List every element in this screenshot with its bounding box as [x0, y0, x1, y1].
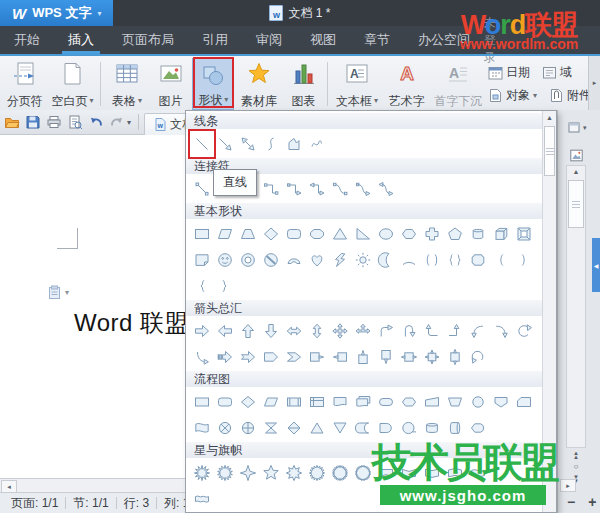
shape-explosion-1[interactable] [191, 461, 213, 485]
shape-star-4[interactable] [237, 461, 259, 485]
shape-fc-connector[interactable] [467, 390, 489, 414]
shape-star-5[interactable] [260, 461, 282, 485]
shape-elbow-connector[interactable] [260, 177, 282, 201]
shape-arrow-curved-right[interactable] [490, 319, 512, 343]
shape-callout-up-down[interactable] [444, 345, 466, 369]
shape-ribbon-down[interactable] [398, 461, 420, 485]
tab-视图[interactable]: 视图 [296, 26, 350, 54]
shape-fc-extract[interactable] [306, 416, 328, 440]
shape-arrow-down[interactable] [260, 319, 282, 343]
shape-arrow-curved-left[interactable] [467, 319, 489, 343]
shape-fc-terminator[interactable] [375, 390, 397, 414]
shape-fc-merge[interactable] [329, 416, 351, 440]
shape-fc-card[interactable] [513, 390, 535, 414]
shape-donut[interactable] [237, 248, 259, 272]
shape-oval[interactable] [375, 222, 397, 246]
shape-cylinder[interactable] [467, 222, 489, 246]
print-preview-button[interactable] [67, 114, 83, 130]
shape-double-brace[interactable] [444, 248, 466, 272]
shape-parallelogram[interactable] [214, 222, 236, 246]
task-pane-collapsed-tab[interactable]: ◀ [592, 238, 600, 292]
shape-arrow-striped[interactable] [214, 345, 236, 369]
shape-fc-das[interactable] [444, 416, 466, 440]
page-break-button[interactable]: 分页符 [3, 58, 47, 110]
shape-arrow-left-up[interactable] [421, 319, 443, 343]
shape-arrow-uturn[interactable] [398, 319, 420, 343]
shape-arrow-quad[interactable] [329, 319, 351, 343]
picture-button[interactable]: 图片 [151, 58, 191, 110]
shape-fc-multidocument[interactable] [352, 390, 374, 414]
shape-moon[interactable] [375, 248, 397, 272]
shape-frame[interactable] [513, 222, 535, 246]
shape-arrow-up[interactable] [237, 319, 259, 343]
shape-callout-down[interactable] [375, 345, 397, 369]
shape-wave[interactable] [467, 461, 489, 485]
shape-fc-manual-operation[interactable] [444, 390, 466, 414]
shape-arc[interactable] [398, 248, 420, 272]
shape-fc-predefined[interactable] [283, 390, 305, 414]
save-button[interactable] [25, 114, 41, 130]
shape-fc-document[interactable] [329, 390, 351, 414]
shape-elbow-arrow-connector[interactable] [283, 177, 305, 201]
shape-block-arc[interactable] [283, 248, 305, 272]
browse-object-button[interactable]: ○ [567, 462, 585, 473]
tab-引用[interactable]: 引用 [188, 26, 242, 54]
shape-cross[interactable] [421, 222, 443, 246]
tab-章节[interactable]: 章节 [350, 26, 404, 54]
shape-arrow-line[interactable] [214, 132, 236, 156]
shape-plaque[interactable] [467, 248, 489, 272]
shape-curved-double-arrow-connector[interactable] [375, 177, 397, 201]
shape-fc-data[interactable] [260, 390, 282, 414]
shape-ribbon-curved-down[interactable] [444, 461, 466, 485]
shape-arrow-left-right[interactable] [283, 319, 305, 343]
shape-callout-left[interactable] [329, 345, 351, 369]
open-button[interactable] [4, 114, 20, 130]
attachment-button[interactable]: 附件 [549, 87, 591, 104]
shape-star-16[interactable] [306, 461, 328, 485]
shape-star-8[interactable] [283, 461, 305, 485]
shape-arrow-loop[interactable] [467, 345, 489, 369]
shape-star-24[interactable] [329, 461, 351, 485]
shape-fc-manual-input[interactable] [421, 390, 443, 414]
shape-fc-process[interactable] [191, 390, 213, 414]
task-pane-button[interactable]: ▾ [568, 121, 587, 134]
shape-arrow-bent[interactable] [375, 319, 397, 343]
shape-smiley[interactable] [214, 248, 236, 272]
panel-scrollbar[interactable]: ▲ [542, 111, 556, 512]
zoom-in-button[interactable]: + [588, 494, 596, 510]
shape-fc-disk[interactable] [421, 416, 443, 440]
shape-arrow-up-down[interactable] [306, 319, 328, 343]
shape-double-arrow-line[interactable] [237, 132, 259, 156]
shape-left-bracket[interactable] [490, 248, 512, 272]
shape-arrow-bent-up[interactable] [444, 319, 466, 343]
ribbon-scroll-right[interactable]: ▸ [588, 56, 600, 110]
wps-menu-button[interactable]: W WPS 文字 ▾ [0, 0, 113, 26]
shape-sun[interactable] [352, 248, 374, 272]
blank-page-button[interactable]: 空白页▾ [49, 58, 97, 110]
shape-arrow-chevron[interactable] [283, 345, 305, 369]
shape-heart[interactable] [306, 248, 328, 272]
table-button[interactable]: 表格▾ [105, 58, 149, 110]
shape-no-symbol[interactable] [260, 248, 282, 272]
shape-fc-collate[interactable] [260, 416, 282, 440]
shape-ribbon-curved-up[interactable] [421, 461, 443, 485]
tab-插入[interactable]: 插入 [54, 26, 108, 54]
login-status[interactable]: 未登录 [484, 15, 496, 66]
shape-fc-sort[interactable] [283, 416, 305, 440]
shape-line[interactable] [191, 132, 213, 156]
paste-options-button[interactable]: ▾ [48, 285, 69, 300]
shape-fc-preparation[interactable] [398, 390, 420, 414]
object-button[interactable]: 对象 ▾ [488, 87, 537, 104]
shape-trapezoid[interactable] [237, 222, 259, 246]
dropcap-button[interactable]: A 首字下沉 [431, 58, 485, 110]
zoom-out-button[interactable]: − [567, 494, 575, 510]
scroll-right-arrow[interactable]: ▸ [560, 479, 576, 492]
panel-scroll-up-arrow[interactable]: ▲ [543, 111, 556, 124]
shape-left-brace[interactable] [191, 274, 213, 298]
shape-fc-summing[interactable] [214, 416, 236, 440]
shape-arrow-notched[interactable] [237, 345, 259, 369]
redo-button[interactable] [109, 114, 125, 130]
shape-fc-alternate[interactable] [214, 390, 236, 414]
shape-fc-or[interactable] [237, 416, 259, 440]
shape-triangle[interactable] [329, 222, 351, 246]
